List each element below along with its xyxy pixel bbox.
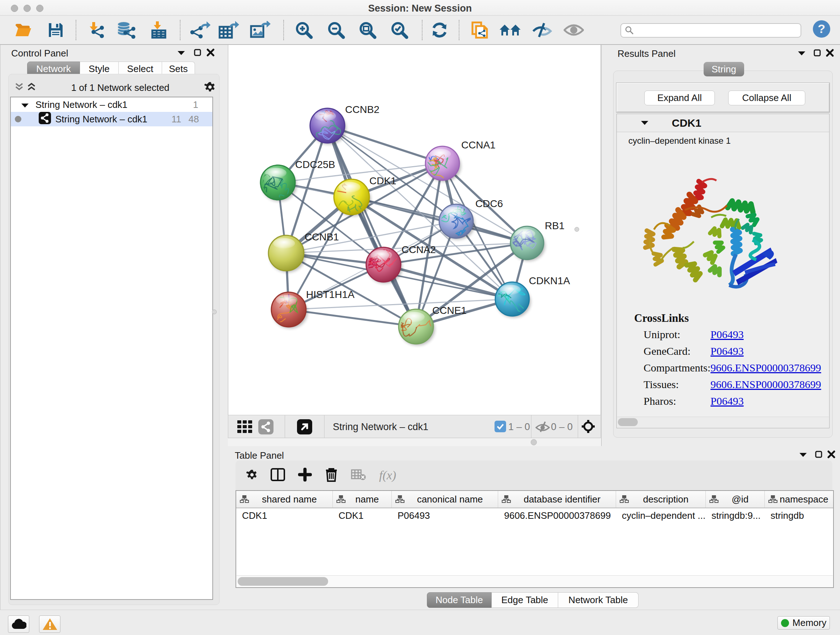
svg-text:CDKN1A: CDKN1A: [529, 275, 570, 287]
svg-text:CDC6: CDC6: [475, 198, 503, 209]
svg-text:CCNA1: CCNA1: [461, 139, 496, 150]
svg-text:CCNB1: CCNB1: [305, 231, 339, 242]
svg-text:RB1: RB1: [545, 220, 564, 231]
svg-text:CCNA2: CCNA2: [401, 244, 436, 255]
svg-text:CDK1: CDK1: [369, 175, 396, 187]
svg-text:CCNE1: CCNE1: [432, 305, 467, 316]
svg-text:HIST1H1A: HIST1H1A: [306, 289, 355, 300]
svg-text:?: ?: [818, 22, 826, 35]
svg-text:CDC25B: CDC25B: [295, 159, 335, 170]
svg-text:CCNB2: CCNB2: [345, 104, 379, 115]
